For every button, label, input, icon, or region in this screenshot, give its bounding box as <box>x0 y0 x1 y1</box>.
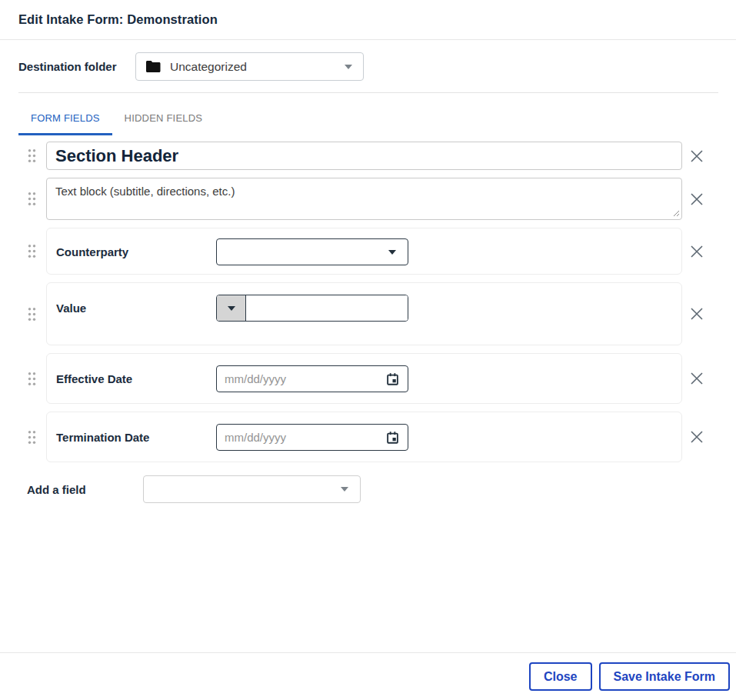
close-icon <box>690 312 704 323</box>
termination-date-label: Termination Date <box>56 424 216 451</box>
text-block-textarea[interactable]: Text block (subtitle, directions, etc.) <box>46 178 682 220</box>
close-icon <box>690 197 704 208</box>
destination-folder-row: Destination folder Uncategorized <box>0 40 736 92</box>
textarea-resize-handle[interactable] <box>673 210 680 217</box>
dialog-footer: Close Save Intake Form <box>0 652 736 700</box>
value-control <box>216 295 408 322</box>
value-currency-dropdown-button[interactable] <box>217 295 246 321</box>
remove-value-button[interactable] <box>690 307 704 321</box>
effective-date-calendar-button[interactable] <box>386 372 399 386</box>
section-divider <box>18 92 718 93</box>
remove-termination-date-button[interactable] <box>690 430 704 444</box>
drag-handle-icon[interactable] <box>28 430 36 445</box>
field-row-section-header <box>18 142 736 170</box>
add-field-select[interactable] <box>143 475 361 503</box>
drag-handle-icon[interactable] <box>28 192 36 206</box>
calendar-icon <box>386 435 399 447</box>
remove-counterparty-button[interactable] <box>690 245 704 258</box>
section-header-input[interactable] <box>46 142 682 170</box>
close-icon <box>690 376 704 388</box>
remove-text-block-button[interactable] <box>690 192 704 206</box>
drag-handle-icon[interactable] <box>28 148 36 163</box>
effective-date-card: Effective Date <box>46 353 682 404</box>
destination-folder-label: Destination folder <box>18 60 135 73</box>
dialog-titlebar: Edit Intake Form: Demonstration <box>0 0 736 40</box>
close-icon <box>690 249 704 261</box>
calendar-icon <box>386 377 399 388</box>
form-fields-list: Text block (subtitle, directions, etc.) … <box>0 135 736 462</box>
drag-handle-icon[interactable] <box>28 244 36 258</box>
termination-date-control <box>216 424 408 451</box>
value-label: Value <box>56 295 216 322</box>
destination-folder-select[interactable]: Uncategorized <box>135 52 364 81</box>
close-icon <box>690 154 704 165</box>
field-row-value: Value <box>18 282 736 345</box>
folder-icon <box>145 60 161 73</box>
effective-date-control <box>216 365 408 392</box>
destination-folder-value: Uncategorized <box>170 60 345 74</box>
field-row-text-block: Text block (subtitle, directions, etc.) <box>18 178 736 220</box>
field-row-effective-date: Effective Date <box>18 353 736 404</box>
tab-bar: FORM FIELDS HIDDEN FIELDS <box>0 106 736 135</box>
chevron-down-icon <box>341 487 348 492</box>
termination-date-card: Termination Date <box>46 412 682 462</box>
counterparty-card: Counterparty <box>46 228 682 275</box>
drag-handle-icon[interactable] <box>28 372 36 386</box>
field-row-counterparty: Counterparty <box>18 228 736 275</box>
add-field-row: Add a field <box>0 475 736 503</box>
termination-date-input[interactable] <box>225 431 386 444</box>
chevron-down-icon <box>388 250 396 255</box>
counterparty-label: Counterparty <box>56 238 216 265</box>
value-input[interactable] <box>246 295 408 321</box>
add-field-label: Add a field <box>27 483 143 496</box>
counterparty-select[interactable] <box>216 238 408 265</box>
effective-date-input[interactable] <box>225 372 386 385</box>
termination-date-calendar-button[interactable] <box>386 431 399 445</box>
chevron-down-icon <box>228 306 235 311</box>
value-card: Value <box>46 282 682 345</box>
remove-section-header-button[interactable] <box>690 149 704 163</box>
chevron-down-icon <box>345 65 352 69</box>
tab-form-fields[interactable]: FORM FIELDS <box>18 106 112 135</box>
drag-handle-icon[interactable] <box>28 307 36 322</box>
close-icon <box>690 435 704 446</box>
save-intake-form-button[interactable]: Save Intake Form <box>599 662 731 691</box>
remove-effective-date-button[interactable] <box>690 372 704 385</box>
field-row-termination-date: Termination Date <box>18 412 736 462</box>
dialog-title: Edit Intake Form: Demonstration <box>18 12 218 27</box>
effective-date-label: Effective Date <box>56 365 216 392</box>
close-button[interactable]: Close <box>529 662 592 691</box>
tab-hidden-fields[interactable]: HIDDEN FIELDS <box>112 106 215 135</box>
